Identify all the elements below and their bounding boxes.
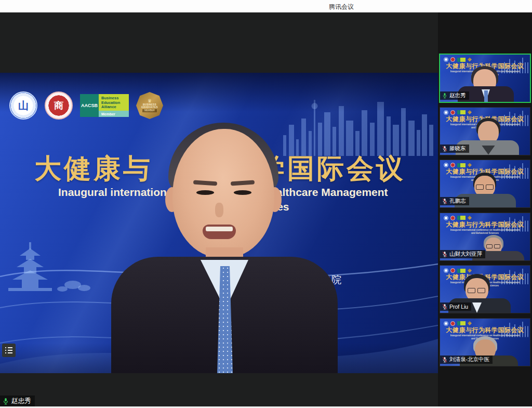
mic-muted-icon xyxy=(442,304,447,310)
participant-tile[interactable]: 大健康与行为科学国际会议 Inaugural international con… xyxy=(440,55,530,102)
aacsb-right-panel: Business Education Alliance Member xyxy=(99,94,129,117)
participant-name-badge: 孔鹏志 xyxy=(440,197,469,205)
participant-tile[interactable]: 大健康与行为科学国际会议 Inaugural international con… xyxy=(440,160,530,207)
participant-tile[interactable]: 大健康与行为科学国际会议 Inaugural international con… xyxy=(440,319,530,366)
slide-subtitle2-right-fragment: ences xyxy=(258,201,289,213)
slide-subtitle-right-fragment: Healthcare Management xyxy=(262,186,388,199)
participant-name: 赵忠秀 xyxy=(449,92,466,99)
aacsb-badge: AACSB Business Education Alliance Member xyxy=(80,94,129,117)
bga-member-text: MEMBER xyxy=(142,109,157,112)
speaker-video[interactable]: 山 商 AACSB Business Education Alliance Me… xyxy=(0,73,438,373)
mic-muted-icon xyxy=(442,251,447,257)
business-school-seal-logo: 商 xyxy=(45,91,73,120)
speaker-name-badge: 赵忠秀 xyxy=(0,396,35,406)
slide-subtitle-left-fragment: Inaugural internation xyxy=(58,186,167,199)
slide-footer-fragment: 研究院 xyxy=(309,273,343,287)
mic-muted-icon xyxy=(442,357,447,363)
participant-tile[interactable]: 大健康与行为科学国际会议 Inaugural international con… xyxy=(440,266,530,313)
glasses xyxy=(486,244,500,248)
slide-title-left-fragment: 大健康与 xyxy=(34,151,153,187)
slide-subtitle2-left-fragment: an xyxy=(174,201,187,213)
aacsb-alliance-text: Business Education Alliance xyxy=(99,94,129,111)
participants-sidebar: 大健康与行为科学国际会议 Inaugural international con… xyxy=(438,12,532,406)
participant-name: 刘清泉-北京中医 xyxy=(449,356,489,363)
participant-name-badge: 滕晓东 xyxy=(440,144,469,153)
lotus-graphic xyxy=(57,281,90,292)
aacsb-member-text: Member xyxy=(99,111,129,117)
participant-tile[interactable]: 大健康与行为科学国际会议 Inaugural international con… xyxy=(440,213,530,260)
pagoda-graphic xyxy=(8,242,52,291)
mic-icon xyxy=(442,93,447,99)
participant-tile[interactable]: 大健康与行为科学国际会议 Inaugural international con… xyxy=(440,108,530,155)
mic-icon xyxy=(3,398,9,405)
slide-date-fragment: 20 xyxy=(235,226,249,241)
participant-name-badge: 赵忠秀 xyxy=(440,91,469,100)
participant-name: Prof Liu xyxy=(449,304,468,310)
aacsb-acronym: AACSB xyxy=(80,94,99,117)
participant-name-badge: Prof Liu xyxy=(440,302,471,311)
slide-title-right-fragment: 学国际会议 xyxy=(258,151,406,187)
wave-lines-graphic xyxy=(0,264,438,373)
participant-name-badge: 山财大刘亚萍 xyxy=(440,250,485,258)
mic-muted-icon xyxy=(442,198,447,204)
glasses xyxy=(476,185,494,189)
tie xyxy=(484,90,488,102)
bga-text-line2: GRADUATES xyxy=(141,106,158,109)
university-seal-logo: 山 xyxy=(9,91,37,120)
university-seal-glyph: 山 xyxy=(18,99,29,113)
meeting-window: 腾讯会议 xyxy=(0,0,532,408)
participant-name: 滕晓东 xyxy=(449,145,466,152)
list-icon xyxy=(5,347,12,353)
crown-icon: ♛ xyxy=(148,99,152,103)
mic-muted-icon xyxy=(442,146,447,152)
slide-logos-row: 山 商 AACSB Business Education Alliance Me… xyxy=(9,91,163,120)
window-titlebar: 腾讯会议 xyxy=(0,0,532,12)
participant-name-badge: 刘清泉-北京中医 xyxy=(440,356,493,364)
city-skyline-graphic xyxy=(283,100,433,156)
participant-name: 山财大刘亚萍 xyxy=(449,251,482,258)
glasses xyxy=(468,288,485,292)
business-school-seal-glyph: 商 xyxy=(54,99,63,112)
main-stage: 山 商 AACSB Business Education Alliance Me… xyxy=(0,12,438,406)
bga-badge: ♛ BUSINESS GRADUATES MEMBER xyxy=(136,92,163,119)
window-title: 腾讯会议 xyxy=(329,3,354,11)
participant-name: 孔鹏志 xyxy=(449,198,466,205)
layout-list-button[interactable] xyxy=(2,344,16,357)
speaker-name: 赵忠秀 xyxy=(11,397,31,405)
